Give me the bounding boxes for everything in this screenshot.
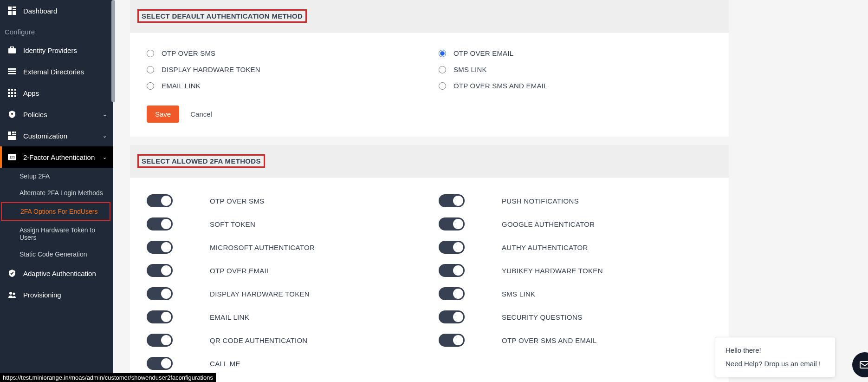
radio-label: EMAIL LINK [162,82,201,90]
toggle-row: PUSH NOTIFICATIONS [439,194,712,207]
sidebar-item-external-directories[interactable]: External Directories [0,61,113,82]
section-header-allowed-2fa: SELECT ALLOWED 2FA METHODS [130,145,729,178]
radio-input[interactable] [439,66,446,73]
toggle-push[interactable] [439,194,465,207]
toggle-label: PUSH NOTIFICATIONS [502,197,579,205]
toggle-authy[interactable] [439,241,465,254]
sidebar-sub-alternate-2fa[interactable]: Alternate 2FA Login Methods [0,184,113,201]
mail-icon [859,359,868,371]
sidebar-item-2fa[interactable]: 123 2-Factor Authentication ⌄ [0,146,113,168]
toggle-otp-email[interactable] [147,264,173,277]
grid-icon [7,88,17,98]
toggle-row: SMS LINK [439,287,712,300]
toggle-knob [453,265,463,276]
radio-otp-sms-email[interactable]: OTP OVER SMS AND EMAIL [439,82,712,90]
svg-rect-11 [11,89,13,91]
toggle-row: OTP OVER SMS [147,194,420,207]
shield-icon [7,110,17,119]
section-title: SELECT ALLOWED 2FA METHODS [137,154,265,168]
toggle-email-link[interactable] [147,310,173,323]
toggle-row: QR CODE AUTHENTICATION [147,334,420,347]
toggle-row: AUTHY AUTHENTICATOR [439,241,712,254]
chevron-down-icon: ⌄ [103,112,107,118]
sidebar-item-identity-providers[interactable]: Identity Providers [0,40,113,61]
toggle-otp-sms-email[interactable] [439,334,465,347]
toggle-knob [453,335,463,345]
radio-otp-email[interactable]: OTP OVER EMAIL [439,49,712,57]
sidebar-sub-2fa-endusers[interactable]: 2FA Options For EndUsers [1,202,110,221]
toggle-knob [161,265,171,276]
toggle-ms-auth[interactable] [147,241,173,254]
toggle-row: EMAIL LINK [147,310,420,323]
toggle-security-q[interactable] [439,310,465,323]
sidebar-sub-static-code[interactable]: Static Code Generation [0,246,113,263]
sidebar-item-provisioning[interactable]: Provisioning [0,284,113,305]
sidebar-item-dashboard[interactable]: Dashboard [0,0,113,21]
svg-rect-22 [14,132,16,133]
help-line-2: Need Help? Drop us an email ! [725,357,825,371]
radio-otp-sms[interactable]: OTP OVER SMS [147,49,420,57]
toggle-display-hw[interactable] [147,287,173,300]
button-row: Save Cancel [147,105,712,123]
sidebar-item-label: Policies [23,111,47,119]
chevron-down-icon: ⌄ [103,154,107,160]
toggle-google-auth[interactable] [439,217,465,231]
sidebar-item-adaptive-auth[interactable]: Adaptive Authentication [0,263,113,284]
section-gap [130,137,729,145]
svg-rect-3 [8,11,12,15]
save-button[interactable]: Save [147,105,179,123]
cancel-button[interactable]: Cancel [190,110,212,118]
svg-rect-8 [8,71,16,72]
sidebar-item-customization[interactable]: Customization ⌄ [0,125,113,146]
toggle-soft-token[interactable] [147,217,173,231]
radio-email-link[interactable]: EMAIL LINK [147,82,420,90]
toggle-otp-sms[interactable] [147,194,173,207]
toggle-knob [161,242,171,252]
toggle-call-me[interactable] [147,357,173,370]
radio-sms-link[interactable]: SMS LINK [439,66,712,73]
radio-hardware-token[interactable]: DISPLAY HARDWARE TOKEN [147,66,420,73]
sidebar-item-policies[interactable]: Policies ⌄ [0,104,113,125]
radio-input[interactable] [439,50,446,57]
svg-rect-21 [12,132,14,133]
toggle-label: GOOGLE AUTHENTICATOR [502,220,595,228]
radio-input[interactable] [147,82,154,90]
toggle-sms-link[interactable] [439,287,465,300]
toggle-qr-auth[interactable] [147,334,173,347]
toggle-label: QR CODE AUTHENTICATION [210,336,308,344]
sidebar-sub-assign-hardware[interactable]: Assign Hardware Token to Users [0,222,113,246]
help-popup: Hello there! Need Help? Drop us an email… [715,337,836,377]
toggle-row: MICROSOFT AUTHENTICATOR [147,241,420,254]
radio-grid: OTP OVER SMS OTP OVER EMAIL DISPLAY HARD… [147,49,712,90]
sidebar-item-apps[interactable]: Apps [0,82,113,104]
toggle-yubikey[interactable] [439,264,465,277]
svg-rect-17 [11,95,13,97]
radio-label: OTP OVER EMAIL [453,49,513,57]
browser-status-url: https://test.miniorange.in/moas/admin/cu… [0,373,216,382]
toggle-knob [161,358,171,369]
toggle-row: SOFT TOKEN [147,217,420,231]
toggle-row: SECURITY QUESTIONS [439,310,712,323]
sidebar: Dashboard Configure Identity Providers E… [0,0,113,382]
toggle-label: SMS LINK [502,290,535,298]
section-body-allowed-2fa: OTP OVER SMS PUSH NOTIFICATIONS SOFT TOK… [130,178,729,382]
sidebar-section-configure: Configure [0,21,113,40]
svg-point-27 [9,292,12,295]
help-line-1: Hello there! [725,344,825,357]
svg-rect-7 [8,68,16,70]
toggle-knob [453,196,463,206]
section-title: SELECT DEFAULT AUTHENTICATION METHOD [137,9,307,23]
radio-input[interactable] [147,66,154,73]
svg-point-28 [13,293,15,295]
briefcase-icon [7,46,17,55]
sidebar-sub-setup-2fa[interactable]: Setup 2FA [0,168,113,184]
toggle-label: OTP OVER EMAIL [210,267,271,275]
keypad-icon: 123 [7,152,17,162]
svg-rect-9 [8,73,16,74]
radio-input[interactable] [439,82,446,90]
svg-rect-16 [8,95,10,97]
sidebar-item-label: 2-Factor Authentication [23,153,95,161]
toggle-label: OTP OVER SMS [210,197,265,205]
radio-input[interactable] [147,50,154,57]
toggle-row: GOOGLE AUTHENTICATOR [439,217,712,231]
